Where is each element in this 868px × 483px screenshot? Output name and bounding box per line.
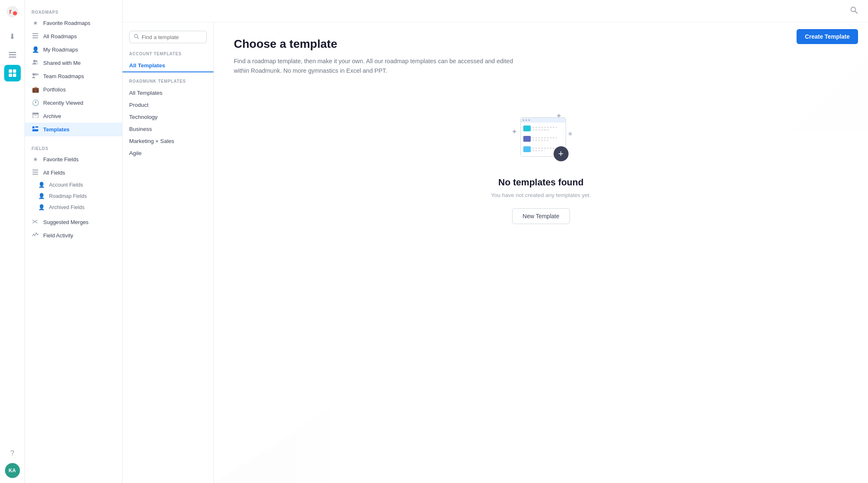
account-templates-label: ACCOUNT TEMPLATES: [123, 52, 213, 59]
svg-text:r: r: [9, 8, 12, 15]
svg-line-25: [855, 11, 857, 13]
page-title: Choose a template: [234, 37, 848, 51]
briefcase-icon: 💼: [32, 86, 39, 93]
templates-icon: [32, 126, 39, 133]
create-template-button[interactable]: Create Template: [797, 29, 858, 44]
svg-point-24: [851, 7, 856, 12]
help-icon[interactable]: ?: [4, 445, 21, 461]
sidebar-item-my-roadmaps[interactable]: 👤 My Roadmaps: [25, 43, 122, 56]
list-icon: [32, 33, 39, 39]
sidebar-label-favorite-roadmaps: Favorite Roadmaps: [43, 20, 90, 26]
template-description: Find a roadmap template, then make it yo…: [234, 57, 516, 76]
plus-circle-icon: +: [554, 146, 569, 161]
svg-rect-10: [32, 33, 38, 34]
list-roadmaps-icon[interactable]: [4, 47, 21, 63]
svg-rect-12: [32, 37, 38, 38]
person-icon: 👤: [32, 46, 39, 53]
sidebar-item-recently-viewed[interactable]: 🕐 Recently Viewed: [25, 96, 122, 109]
sidebar-sublabel-roadmap-fields: Roadmap Fields: [49, 193, 87, 199]
sidebar-subitem-roadmap-fields[interactable]: 👤 Roadmap Fields: [25, 190, 122, 202]
sidebar-item-all-roadmaps[interactable]: All Roadmaps: [25, 30, 122, 43]
sparkle-icon-left: ✦: [511, 127, 517, 136]
roadmunk-templates-label: ROADMUNK TEMPLATES: [123, 79, 213, 87]
svg-rect-22: [32, 172, 38, 172]
svg-point-0: [7, 6, 18, 17]
template-search-wrap: [129, 31, 207, 43]
sidebar-item-archive[interactable]: Archive: [25, 109, 122, 123]
template-search-input[interactable]: [142, 34, 202, 40]
list-fields-icon: [32, 169, 39, 176]
star-fields-icon: ★: [32, 156, 39, 163]
topbar: [123, 0, 868, 22]
sidebar-item-team-roadmaps[interactable]: Team Roadmaps: [25, 69, 122, 83]
clock-icon: 🕐: [32, 99, 39, 106]
roadmap-fields-icon: 👤: [38, 193, 45, 199]
svg-point-13: [33, 60, 36, 62]
star-icon: ★: [32, 20, 39, 26]
search-button[interactable]: [850, 6, 858, 16]
svg-rect-3: [9, 52, 16, 53]
content-area: ACCOUNT TEMPLATES All Templates ROADMUNK…: [123, 22, 868, 483]
sidebar-subitem-account-fields[interactable]: 👤 Account Fields: [25, 179, 122, 190]
svg-point-2: [13, 11, 17, 15]
app-logo[interactable]: r: [6, 5, 19, 20]
svg-rect-23: [32, 174, 38, 175]
sidebar-label-shared-with-me: Shared with Me: [43, 60, 81, 66]
filter-marketing-sales[interactable]: Marketing + Sales: [123, 135, 213, 147]
sidebar-item-field-activity[interactable]: Field Activity: [25, 229, 122, 242]
sidebar-label-portfolios: Portfolios: [43, 86, 66, 93]
search-small-icon: [134, 34, 139, 40]
shared-icon: [32, 59, 39, 66]
fields-section-label: FIELDS: [25, 143, 122, 153]
archive-icon: [32, 113, 39, 119]
sidebar-sublabel-account-fields: Account Fields: [49, 182, 83, 188]
filter-panel: ACCOUNT TEMPLATES All Templates ROADMUNK…: [123, 22, 214, 483]
sidebar-subitem-archived-fields[interactable]: 👤 Archived Fields: [25, 202, 122, 213]
empty-state-title: No templates found: [498, 177, 584, 188]
download-icon[interactable]: ⬇: [4, 28, 21, 45]
sidebar-item-shared-with-me[interactable]: Shared with Me: [25, 56, 122, 69]
svg-rect-19: [33, 114, 38, 118]
main-area: ACCOUNT TEMPLATES All Templates ROADMUNK…: [123, 0, 868, 483]
new-template-button[interactable]: New Template: [512, 208, 569, 224]
svg-rect-6: [9, 69, 12, 73]
merge-icon: [32, 219, 39, 225]
svg-point-17: [37, 74, 39, 76]
svg-rect-11: [32, 35, 38, 36]
sidebar-item-favorite-fields[interactable]: ★ Favorite Fields: [25, 153, 122, 166]
user-avatar[interactable]: KA: [5, 463, 20, 478]
small-dot-decoration: [569, 132, 572, 136]
archived-fields-icon: 👤: [38, 204, 45, 210]
sidebar-item-all-fields[interactable]: All Fields: [25, 166, 122, 179]
filter-agile[interactable]: Agile: [123, 147, 213, 159]
sidebar-label-templates: Templates: [43, 126, 69, 133]
svg-rect-21: [32, 170, 38, 170]
sidebar-item-favorite-roadmaps[interactable]: ★ Favorite Roadmaps: [25, 16, 122, 30]
empty-illustration: ✦ ✦: [508, 109, 574, 167]
icon-bar: r ⬇ ? KA: [0, 0, 25, 483]
svg-point-16: [34, 73, 37, 76]
sidebar-label-all-roadmaps: All Roadmaps: [43, 33, 77, 39]
sidebar-sublabel-archived-fields: Archived Fields: [49, 205, 84, 210]
sidebar-label-field-activity: Field Activity: [43, 232, 73, 239]
sidebar-item-suggested-merges[interactable]: Suggested Merges: [25, 215, 122, 229]
svg-line-27: [137, 37, 139, 39]
svg-marker-28: [214, 408, 330, 483]
empty-state: ✦ ✦: [234, 101, 848, 232]
filter-business[interactable]: Business: [123, 123, 213, 135]
filter-all-templates-account[interactable]: All Templates: [123, 59, 213, 72]
svg-rect-18: [32, 113, 39, 114]
roadmaps-section-label: ROADMAPS: [25, 7, 122, 16]
sidebar-item-portfolios[interactable]: 💼 Portfolios: [25, 83, 122, 96]
sidebar-item-templates[interactable]: Templates: [25, 123, 122, 136]
sidebar: ROADMAPS ★ Favorite Roadmaps All Roadmap…: [25, 0, 123, 483]
filter-all-templates-roadmunk[interactable]: All Templates: [123, 87, 213, 99]
sidebar-label-archive: Archive: [43, 113, 61, 119]
svg-rect-8: [9, 74, 12, 77]
filter-technology[interactable]: Technology: [123, 111, 213, 123]
roadmap-grid-icon[interactable]: [4, 65, 21, 81]
team-icon: [32, 73, 39, 79]
svg-point-14: [36, 60, 38, 62]
template-view: Create Template Choose a template Find a…: [214, 22, 868, 483]
filter-product[interactable]: Product: [123, 99, 213, 111]
